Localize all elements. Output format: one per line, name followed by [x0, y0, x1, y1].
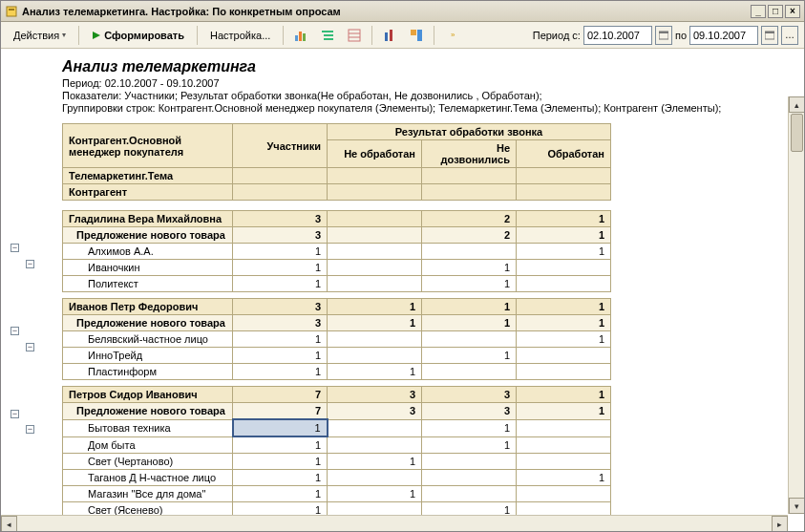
tree-list-icon-button[interactable] [316, 25, 339, 46]
cell[interactable]: 1 [233, 260, 328, 276]
cell[interactable] [328, 260, 422, 276]
cell[interactable]: 1 [233, 276, 328, 292]
cell[interactable] [328, 276, 422, 292]
collapse-toggle[interactable]: − [26, 425, 34, 434]
cell[interactable] [422, 470, 517, 486]
date-to-input[interactable] [689, 26, 758, 45]
topic-row[interactable]: Предложение нового товара3111 [63, 315, 611, 331]
cell[interactable] [517, 260, 611, 276]
collapse-toggle[interactable]: − [11, 244, 19, 252]
cell[interactable]: 1 [233, 244, 328, 260]
group-table: Иванов Петр Федорович3111Предложение нов… [62, 298, 611, 380]
cell[interactable]: 1 [233, 436, 328, 454]
cell[interactable]: 1 [233, 486, 328, 502]
cell[interactable] [422, 244, 517, 260]
date-from-input[interactable] [583, 26, 652, 45]
cell[interactable]: 1 [422, 419, 517, 436]
contractor-row[interactable]: Иваночкин11 [63, 260, 611, 276]
cell[interactable] [517, 348, 611, 364]
maximize-button[interactable]: □ [768, 5, 783, 18]
contractor-row[interactable]: Бытовая техника11 [63, 419, 611, 436]
manager-row[interactable]: Петров Сидор Иванович7331 [63, 387, 611, 403]
header-no-reach: Не дозвонились [422, 140, 517, 168]
cell[interactable] [328, 244, 422, 260]
chart-bar-icon-button[interactable] [289, 25, 312, 46]
cell: 3 [233, 299, 328, 315]
settings-button[interactable]: Настройка... [203, 25, 277, 46]
cell[interactable] [517, 436, 611, 454]
chevron-double-down-icon: » [451, 31, 453, 39]
chart-column-icon-button[interactable] [378, 25, 401, 46]
horizontal-scrollbar[interactable]: ◂ ▸ [1, 515, 788, 531]
cell [328, 227, 422, 244]
cell[interactable] [328, 470, 422, 486]
cell[interactable]: 1 [233, 419, 328, 436]
contractor-row[interactable]: Свет (Чертаново)11 [63, 454, 611, 470]
period-ellipsis-button[interactable]: … [781, 26, 798, 45]
svg-rect-13 [390, 30, 392, 41]
cell[interactable]: 1 [233, 454, 328, 470]
date-from-picker-button[interactable] [655, 26, 672, 45]
cell[interactable] [328, 419, 422, 436]
more-button[interactable]: » [440, 25, 463, 46]
cell: 3 [328, 387, 422, 403]
cell[interactable]: 1 [517, 331, 611, 348]
cell[interactable]: 1 [328, 454, 422, 470]
scroll-down-arrow-icon[interactable]: ▾ [789, 498, 804, 514]
scroll-right-arrow-icon[interactable]: ▸ [772, 516, 788, 531]
cell[interactable]: 1 [233, 364, 328, 380]
topic-row[interactable]: Предложение нового товара7331 [63, 403, 611, 420]
run-button[interactable]: Сформировать [85, 25, 191, 46]
scroll-thumb[interactable] [791, 114, 803, 152]
cell[interactable]: 1 [517, 470, 611, 486]
cell[interactable]: 1 [517, 244, 611, 260]
minimize-button[interactable]: _ [751, 5, 766, 18]
cell[interactable] [517, 276, 611, 292]
cell[interactable]: 1 [422, 260, 517, 276]
contractor-row[interactable]: Таганов Д Н-частное лицо11 [63, 470, 611, 486]
cell[interactable] [517, 364, 611, 380]
vertical-scrollbar[interactable]: ▴ ▾ [788, 96, 804, 514]
cell[interactable]: 1 [422, 276, 517, 292]
manager-row[interactable]: Гладилина Вера Михайловна321 [63, 211, 611, 227]
contractor-row[interactable]: Пластинформ11 [63, 364, 611, 380]
cell[interactable] [328, 436, 422, 454]
cell[interactable]: 1 [233, 470, 328, 486]
collapse-toggle[interactable]: − [26, 343, 34, 351]
close-button[interactable]: × [785, 5, 800, 18]
scroll-left-arrow-icon[interactable]: ◂ [1, 516, 17, 531]
actions-menu[interactable]: Действия ▾ [7, 25, 73, 46]
date-to-picker-button[interactable] [761, 26, 778, 45]
cell[interactable]: 1 [422, 436, 517, 454]
contractor-row[interactable]: Магазин "Все для дома"11 [63, 486, 611, 502]
scroll-up-arrow-icon[interactable]: ▴ [789, 96, 804, 113]
cell[interactable]: 1 [233, 331, 328, 348]
contractor-row[interactable]: Алхимов А.А.11 [63, 244, 611, 260]
cell[interactable] [517, 419, 611, 436]
cell[interactable]: 1 [328, 486, 422, 502]
cell[interactable]: 1 [328, 364, 422, 380]
cell[interactable] [422, 331, 517, 348]
table-icon-button[interactable] [343, 25, 366, 46]
contractor-row[interactable]: Дом быта11 [63, 436, 611, 454]
cell[interactable] [422, 364, 517, 380]
column-header-table: Контрагент.Основной менеджер покупателя … [62, 123, 611, 201]
manager-row[interactable]: Иванов Петр Федорович3111 [63, 299, 611, 315]
cell[interactable] [517, 486, 611, 502]
cell[interactable] [422, 486, 517, 502]
cell[interactable] [422, 454, 517, 470]
collapse-toggle[interactable]: − [26, 260, 34, 268]
cell[interactable] [517, 454, 611, 470]
cell[interactable]: 1 [422, 348, 517, 364]
separator [371, 26, 372, 45]
collapse-toggle[interactable]: − [11, 410, 19, 418]
contractor-row[interactable]: ИнноТрейд11 [63, 348, 611, 364]
contractor-row[interactable]: Белявский-частное лицо11 [63, 331, 611, 348]
topic-row[interactable]: Предложение нового товара321 [63, 227, 611, 244]
collapse-toggle[interactable]: − [11, 327, 19, 335]
chart-pivot-icon-button[interactable] [405, 25, 428, 46]
cell[interactable] [328, 331, 422, 348]
cell[interactable]: 1 [233, 348, 328, 364]
cell[interactable] [328, 348, 422, 364]
contractor-row[interactable]: Политекст11 [63, 276, 611, 292]
